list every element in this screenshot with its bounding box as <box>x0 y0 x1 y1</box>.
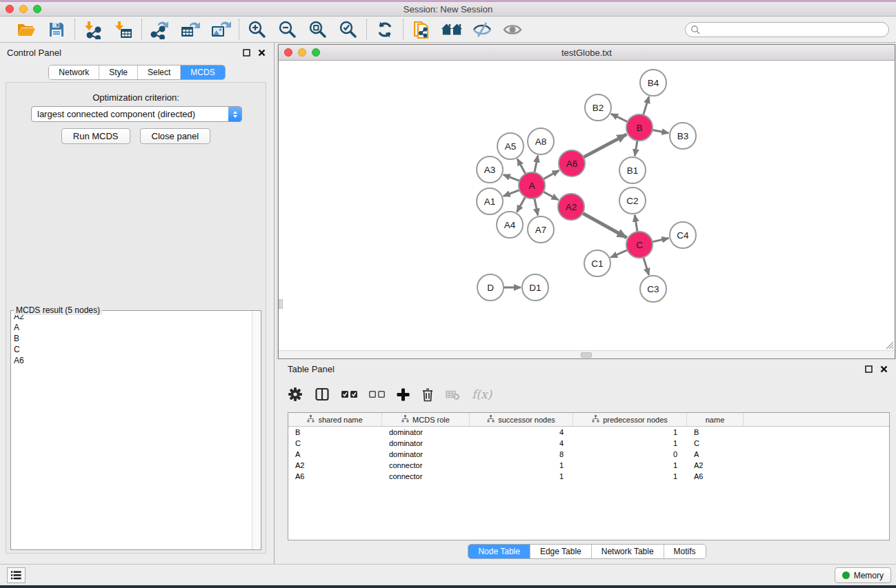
network-minimize-button[interactable] <box>298 48 306 57</box>
network-zoom-button[interactable] <box>312 48 320 57</box>
table-row-A6[interactable]: A6connector11A6 <box>288 471 889 482</box>
criterion-select[interactable]: largest connected component (directed) <box>31 106 242 122</box>
node-A[interactable]: A <box>519 172 545 199</box>
node-B3[interactable]: B3 <box>670 123 696 149</box>
node-B1[interactable]: B1 <box>619 157 646 183</box>
network-canvas[interactable]: B4B2BB3A8A5A6A3B1AA1C2A2A4A7C4CC1C3DD1 <box>279 61 895 350</box>
network-hscroll[interactable] <box>279 350 895 358</box>
column-header-successor-nodes[interactable]: successor nodes <box>470 413 573 426</box>
zoom-window-button[interactable] <box>33 5 41 13</box>
mcds-result-item[interactable]: A6 <box>11 355 261 366</box>
close-table-panel-icon[interactable] <box>878 363 889 374</box>
table-row-A[interactable]: Adominator80A <box>288 449 889 460</box>
zoom-fit-icon[interactable] <box>307 19 329 40</box>
edge-A-A1[interactable] <box>504 190 520 196</box>
add-column-icon[interactable] <box>397 388 410 401</box>
network-vscroll-thumb[interactable] <box>279 299 283 309</box>
search-input[interactable] <box>700 23 888 36</box>
main-titlebar[interactable]: Session: New Session <box>0 2 896 17</box>
network-hscroll-thumb[interactable] <box>581 352 592 358</box>
edge-B-B2[interactable] <box>611 114 628 122</box>
node-C1[interactable]: C1 <box>584 250 610 276</box>
float-panel-icon[interactable] <box>241 47 252 58</box>
mcds-result-item[interactable]: B <box>11 333 261 344</box>
open-session-icon[interactable] <box>15 19 37 40</box>
export-table-icon[interactable] <box>179 19 201 40</box>
node-A1[interactable]: A1 <box>477 188 503 214</box>
table-row-B[interactable]: Bdominator41B <box>288 427 889 438</box>
edge-A6-B[interactable] <box>584 134 627 157</box>
zoom-in-icon[interactable] <box>246 19 268 40</box>
tab-style[interactable]: Style <box>99 65 138 79</box>
node-C2[interactable]: C2 <box>619 187 646 214</box>
tab-select[interactable]: Select <box>138 65 181 79</box>
select-all-rows-icon[interactable] <box>341 389 357 399</box>
close-panel-button[interactable]: Close panel <box>140 128 211 144</box>
column-visibility-icon[interactable] <box>315 387 330 402</box>
tab-network[interactable]: Network <box>49 65 99 79</box>
node-B2[interactable]: B2 <box>585 94 611 121</box>
resize-grip-icon[interactable] <box>884 340 894 349</box>
mcds-result-list[interactable]: A2ABCA6 <box>11 311 261 549</box>
node-C3[interactable]: C3 <box>640 276 666 302</box>
edge-A-A7[interactable] <box>535 199 538 216</box>
table-settings-gear-icon[interactable] <box>288 387 303 402</box>
edge-B-B3[interactable] <box>653 130 669 134</box>
column-header-shared-name[interactable]: shared name <box>288 413 382 426</box>
column-header-MCDS-role[interactable]: MCDS role <box>382 413 470 426</box>
node-A4[interactable]: A4 <box>497 212 523 238</box>
zoom-selected-icon[interactable] <box>337 19 359 40</box>
column-header-predecessor-nodes[interactable]: predecessor nodes <box>573 413 687 426</box>
node-D[interactable]: D <box>477 274 504 301</box>
tab-edge-table[interactable]: Edge Table <box>530 545 592 558</box>
edge-C-C1[interactable] <box>610 250 627 258</box>
delete-column-icon[interactable] <box>421 387 434 402</box>
node-table[interactable]: shared nameMCDS rolesuccessor nodesprede… <box>288 412 890 540</box>
edge-B-B4[interactable] <box>644 97 649 115</box>
node-D1[interactable]: D1 <box>522 274 548 301</box>
edge-A-A2[interactable] <box>544 192 559 200</box>
close-window-button[interactable] <box>6 5 14 13</box>
tab-node-table[interactable]: Node Table <box>468 545 530 558</box>
import-network-icon[interactable] <box>82 19 104 40</box>
table-row-C[interactable]: Cdominator41C <box>288 438 889 449</box>
tab-mcds[interactable]: MCDS <box>181 65 224 79</box>
edge-A-A6[interactable] <box>544 170 559 179</box>
node-B4[interactable]: B4 <box>640 70 666 96</box>
run-mcds-button[interactable]: Run MCDS <box>61 128 130 144</box>
close-panel-icon[interactable] <box>256 47 267 58</box>
mcds-result-item[interactable]: A <box>11 322 261 333</box>
node-A8[interactable]: A8 <box>528 128 554 154</box>
network-window-titlebar[interactable]: testGlobe.txt <box>279 45 895 61</box>
edge-A-A3[interactable] <box>504 174 520 181</box>
node-A6[interactable]: A6 <box>559 150 585 176</box>
home-icon[interactable] <box>441 19 463 40</box>
edge-C-C4[interactable] <box>653 239 669 242</box>
deselect-all-rows-icon[interactable] <box>369 389 385 399</box>
node-C[interactable]: C <box>626 232 653 258</box>
minimize-window-button[interactable] <box>19 5 28 13</box>
show-eye-icon[interactable] <box>501 19 524 40</box>
zoom-out-icon[interactable] <box>277 19 299 40</box>
column-header-name[interactable]: name <box>687 413 744 426</box>
duplicate-network-icon[interactable] <box>410 19 432 40</box>
node-A7[interactable]: A7 <box>528 216 554 243</box>
table-row-A2[interactable]: A2connector11A2 <box>288 460 889 471</box>
import-table-icon[interactable] <box>112 19 135 40</box>
float-table-panel-icon[interactable] <box>863 363 874 374</box>
node-A3[interactable]: A3 <box>477 156 503 183</box>
node-C4[interactable]: C4 <box>670 222 696 248</box>
hide-eye-icon[interactable] <box>471 19 493 40</box>
edge-A-A5[interactable] <box>517 159 526 174</box>
edge-A-A8[interactable] <box>535 156 538 173</box>
node-A2[interactable]: A2 <box>558 194 584 220</box>
export-network-icon[interactable] <box>149 19 171 40</box>
edge-C-C3[interactable] <box>644 257 649 275</box>
mcds-result-item[interactable]: C <box>11 344 261 355</box>
node-B[interactable]: B <box>626 114 653 141</box>
edge-B-B1[interactable] <box>635 141 637 156</box>
edge-A2-C[interactable] <box>583 213 627 238</box>
edge-A-A4[interactable] <box>517 197 525 212</box>
search-field[interactable] <box>685 22 889 37</box>
tab-motifs[interactable]: Motifs <box>664 545 706 558</box>
